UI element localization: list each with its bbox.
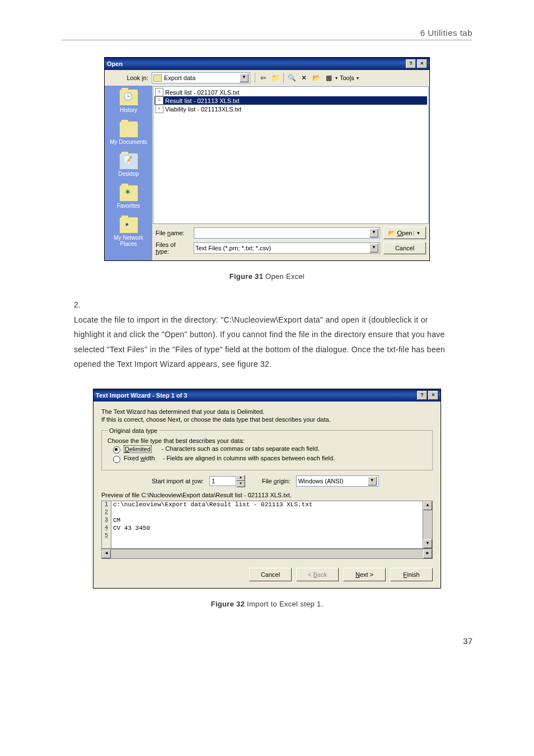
places-network-label: My Network Places (106, 235, 151, 247)
figure-caption: Figure 32 Import to Excel step 1. (62, 600, 472, 608)
new-folder-icon[interactable]: 📂 (311, 72, 322, 83)
preview-line: c:\nucleoview\Export data\Result list - … (113, 501, 421, 509)
vertical-scrollbar[interactable]: ▲ ▼ (423, 501, 432, 548)
filetype-value: Text Files (*.prn; *.txt; *.csv) (195, 245, 271, 251)
figure-title: Import to Excel step 1. (245, 600, 323, 608)
radio-fixed-label[interactable]: Fixed width (124, 455, 155, 461)
file-row[interactable]: ≡ Result list - 021107 XLS.txt (154, 88, 427, 96)
cancel-button[interactable]: Cancel (383, 242, 426, 254)
filetype-combo[interactable]: Text Files (*.prn; *.txt; *.csv) ▼ (194, 242, 380, 254)
delimited-desc: - Characters such as commas or tabs sepa… (162, 445, 320, 452)
up-folder-icon[interactable]: 📁 (270, 72, 281, 83)
chevron-down-icon[interactable]: ▼ (414, 231, 421, 236)
chevron-down-icon[interactable]: ▼ (369, 244, 378, 253)
file-origin-combo[interactable]: Windows (ANSI) ▼ (296, 475, 379, 487)
help-icon[interactable]: ? (417, 391, 427, 400)
text-import-wizard-dialog: Text Import Wizard - Step 1 of 3 ? × The… (93, 389, 441, 589)
views-icon[interactable]: ▦ (323, 72, 334, 83)
places-network[interactable]: My Network Places (106, 217, 151, 247)
preview-line: CM (113, 517, 421, 525)
preview-line: CV 43 3450 (113, 525, 421, 533)
places-desktop[interactable]: Desktop (106, 153, 151, 177)
open-dialog-title: Open (107, 60, 123, 67)
back-icon[interactable]: ⇦ (257, 72, 269, 83)
scroll-right-icon[interactable]: ► (423, 549, 432, 558)
chevron-down-icon[interactable]: ▼ (369, 228, 378, 237)
file-name: Result list - 021107 XLS.txt (165, 89, 240, 96)
file-origin-value: Windows (ANSI) (298, 478, 344, 484)
choose-label: Choose the file type that best describes… (107, 437, 427, 444)
network-icon (119, 217, 138, 234)
filetype-label: Files of type: (156, 241, 190, 255)
places-bar: History My Documents Desktop Favorites M… (105, 86, 152, 260)
open-folder-icon: 📂 (388, 230, 396, 237)
radio-fixed[interactable] (113, 456, 120, 463)
documents-icon (119, 121, 138, 138)
scroll-left-icon[interactable]: ◄ (102, 549, 111, 558)
places-history[interactable]: History (106, 89, 151, 113)
filename-input[interactable]: ▼ (194, 227, 380, 239)
figure-caption: Figure 31 Open Excel (62, 272, 472, 281)
preview-label: Preview of file C:\Nucleoview\Export dat… (101, 492, 433, 498)
text-file-icon: ≡ (155, 96, 163, 105)
file-row[interactable]: ≡ Result list - 021113 XLS.txt (154, 96, 427, 105)
close-icon[interactable]: × (428, 391, 438, 400)
close-icon[interactable]: × (417, 59, 427, 68)
places-favorites-label: Favorites (106, 203, 151, 209)
text-file-icon: ≡ (155, 88, 163, 96)
wizard-cancel-button[interactable]: Cancel (249, 568, 292, 581)
instruction-step: 2. Locate the file to import in the dire… (74, 297, 472, 372)
figure-number: Figure 31 (229, 272, 264, 281)
wizard-intro-1: The Text Wizard has determined that your… (101, 408, 433, 415)
wizard-back-button[interactable]: < Back (296, 568, 339, 581)
step-number: 2. (74, 297, 90, 312)
chevron-down-icon[interactable]: ▼ (240, 73, 249, 82)
wizard-titlebar: Text Import Wizard - Step 1 of 3 ? × (93, 389, 441, 402)
original-data-type-group: Original data type Choose the file type … (101, 427, 433, 470)
lookin-combo[interactable]: Export data ▼ (152, 72, 250, 83)
fixed-desc: - Fields are aligned in columns with spa… (163, 455, 335, 461)
wizard-finish-button[interactable]: Finish (390, 568, 433, 581)
filename-label: File name: (156, 230, 190, 236)
chevron-down-icon[interactable]: ▼ (368, 477, 377, 486)
preview-content: c:\nucleoview\Export data\Result list - … (111, 501, 423, 548)
tools-menu[interactable]: Tools (339, 74, 355, 81)
figure-number: Figure 32 (211, 600, 245, 608)
favorites-icon (119, 185, 138, 202)
file-row[interactable]: ≡ Viability list - 021113XLS.txt (154, 105, 427, 113)
wizard-title: Text Import Wizard - Step 1 of 3 (96, 392, 188, 399)
history-icon (119, 89, 138, 106)
spin-down-icon[interactable]: ▼ (236, 481, 245, 487)
file-origin-label: File origin: (262, 478, 291, 484)
scroll-down-icon[interactable]: ▼ (423, 539, 432, 548)
file-list[interactable]: ≡ Result list - 021107 XLS.txt ≡ Result … (153, 86, 429, 224)
folder-icon (153, 74, 162, 82)
help-icon[interactable]: ? (406, 59, 416, 68)
search-icon[interactable]: 🔍 (286, 72, 297, 83)
lookin-value: Export data (164, 74, 195, 81)
places-favorites[interactable]: Favorites (106, 185, 151, 209)
start-row-input[interactable] (209, 476, 236, 486)
file-name: Result list - 021113 XLS.txt (165, 97, 240, 104)
views-dropdown-icon[interactable]: ▾ (335, 76, 338, 81)
scroll-up-icon[interactable]: ▲ (423, 501, 432, 510)
open-button[interactable]: 📂 Open ▼ (383, 227, 426, 239)
tools-dropdown-icon[interactable]: ▾ (357, 76, 359, 81)
wizard-next-button[interactable]: Next > (343, 568, 386, 581)
horizontal-scrollbar[interactable]: ◄ ► (101, 549, 433, 559)
spin-up-icon[interactable]: ▲ (236, 475, 245, 481)
delete-icon[interactable]: ✕ (298, 72, 310, 83)
places-documents[interactable]: My Documents (106, 121, 151, 145)
places-documents-label: My Documents (106, 139, 151, 145)
step-body: Locate the file to import in the directo… (74, 312, 455, 372)
text-file-icon: ≡ (155, 105, 163, 113)
lookin-label: Look in: (108, 74, 148, 81)
desktop-icon (119, 153, 138, 170)
radio-delimited[interactable] (113, 446, 120, 454)
places-history-label: History (106, 107, 151, 113)
page-number: 37 (62, 636, 472, 646)
radio-delimited-label[interactable]: Delimited (124, 445, 152, 453)
page-header: 6 Utilities tab (62, 28, 472, 40)
start-row-spinner[interactable]: ▲ ▼ (209, 475, 245, 487)
places-desktop-label: Desktop (106, 171, 151, 177)
